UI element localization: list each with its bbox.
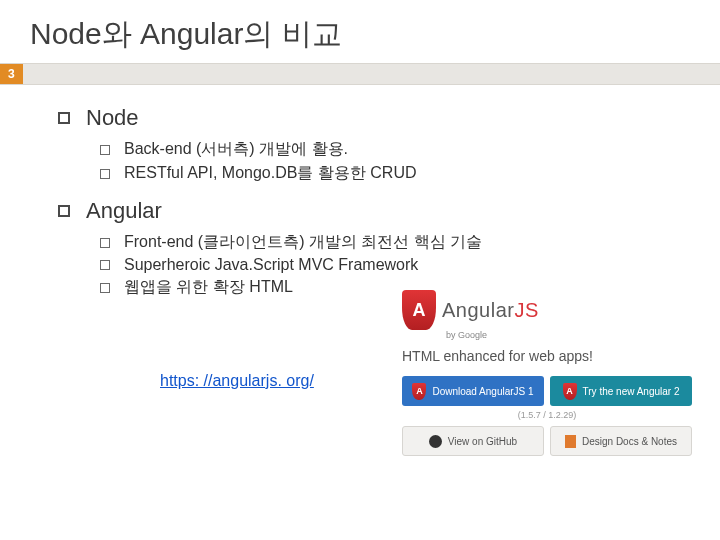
button-label: Download AngularJS 1: [432, 386, 533, 397]
section-angular: Angular Front-end (클라이언트측) 개발의 최전선 핵심 기술…: [40, 198, 720, 298]
view-on-github-button[interactable]: View on GitHub: [402, 426, 544, 456]
divider-bar: 3: [0, 63, 720, 85]
small-square-bullet-icon: [100, 238, 110, 248]
square-bullet-icon: [58, 205, 70, 217]
angularjs-link[interactable]: https: //angularjs. org/: [160, 372, 314, 390]
try-angular2-button[interactable]: A Try the new Angular 2: [550, 376, 692, 406]
angularjs-promo-panel: A AngularJS by Google HTML enhanced for …: [402, 290, 692, 464]
list-item-text: 웹앱을 위한 확장 HTML: [124, 277, 293, 298]
small-square-bullet-icon: [100, 260, 110, 270]
section-heading: Node: [86, 105, 139, 131]
square-bullet-icon: [58, 112, 70, 124]
button-label: Try the new Angular 2: [583, 386, 680, 397]
angular-shield-mini-icon: A: [412, 383, 426, 400]
list-item: Front-end (클라이언트측) 개발의 최전선 핵심 기술: [100, 232, 720, 253]
tagline-text: HTML enhanced for web apps!: [402, 348, 692, 364]
brand-prefix: Angular: [442, 299, 514, 321]
brand-suffix: JS: [514, 299, 538, 321]
slide-title: Node와 Angular의 비교: [0, 0, 720, 63]
angular-shield-icon: A: [402, 290, 436, 330]
by-google-text: by Google: [446, 330, 692, 340]
download-angularjs1-button[interactable]: A Download AngularJS 1: [402, 376, 544, 406]
list-item: Back-end (서버측) 개발에 활용.: [100, 139, 720, 160]
list-item-text: Superheroic Java.Script MVC Framework: [124, 256, 418, 274]
section-node: Node Back-end (서버측) 개발에 활용. RESTful API,…: [40, 105, 720, 184]
promo-header: A AngularJS: [402, 290, 692, 330]
section-heading-row: Node: [40, 105, 720, 131]
list-item-text: RESTful API, Mongo.DB를 활용한 CRUD: [124, 163, 417, 184]
design-docs-button[interactable]: Design Docs & Notes: [550, 426, 692, 456]
list-item-text: Back-end (서버측) 개발에 활용.: [124, 139, 348, 160]
page-number-badge: 3: [0, 64, 23, 84]
small-square-bullet-icon: [100, 169, 110, 179]
list-item: Superheroic Java.Script MVC Framework: [100, 256, 720, 274]
primary-button-row: A Download AngularJS 1 A Try the new Ang…: [402, 376, 692, 406]
angular-shield-mini-icon: A: [563, 383, 577, 400]
small-square-bullet-icon: [100, 283, 110, 293]
download-version-text: (1.5.7 / 1.2.29): [402, 410, 692, 420]
github-icon: [429, 435, 442, 448]
section-heading-row: Angular: [40, 198, 720, 224]
list-item-text: Front-end (클라이언트측) 개발의 최전선 핵심 기술: [124, 232, 482, 253]
brand-text: AngularJS: [442, 299, 539, 322]
small-square-bullet-icon: [100, 145, 110, 155]
section-heading: Angular: [86, 198, 162, 224]
button-label: View on GitHub: [448, 436, 517, 447]
secondary-button-row: View on GitHub Design Docs & Notes: [402, 426, 692, 456]
button-label: Design Docs & Notes: [582, 436, 677, 447]
list-item: RESTful API, Mongo.DB를 활용한 CRUD: [100, 163, 720, 184]
slide: Node와 Angular의 비교 3 Node Back-end (서버측) …: [0, 0, 720, 540]
document-icon: [565, 435, 576, 448]
